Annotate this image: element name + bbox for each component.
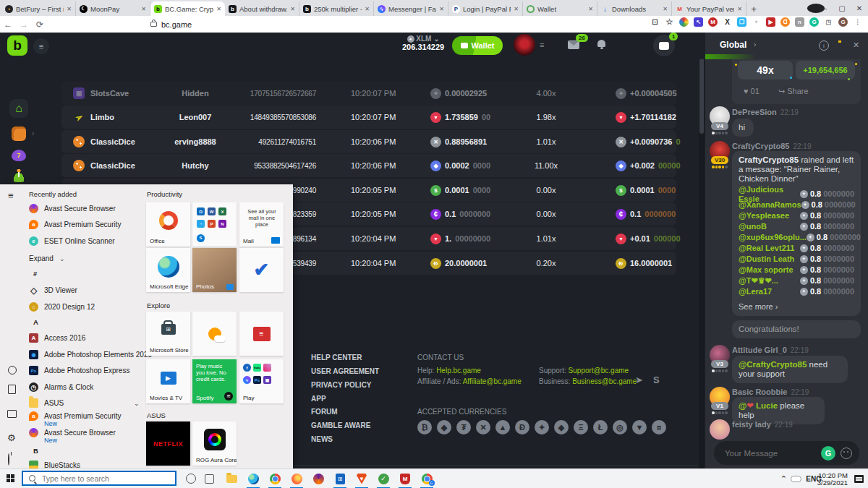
bet-row[interactable]: Limbo Leon007 14849385570853086 10:20:07… <box>61 106 676 129</box>
ext-cursor-icon[interactable]: ↖ <box>694 17 703 27</box>
win-share-card[interactable]: 49x +19,654,656 ♥ 01 ↪ Share <box>732 59 861 104</box>
edge-button[interactable] <box>247 473 259 484</box>
power-icon[interactable] <box>8 453 9 466</box>
bet-row[interactable]: ClassicDice erving8888 492611274016751 1… <box>61 130 676 153</box>
tab-betfury[interactable]: BetFury – First i-Ga✕ <box>1 1 76 16</box>
ext-n-icon[interactable]: n <box>795 17 804 27</box>
wallet-button[interactable]: Wallet <box>452 36 503 55</box>
chat-username[interactable]: CraftyCrypto85 <box>732 142 789 150</box>
chat-username[interactable]: DePreeSion <box>732 108 777 116</box>
reload-button[interactable]: ⟳ <box>32 20 48 30</box>
task-view-button[interactable] <box>203 473 215 484</box>
ext-copy-icon[interactable]: ❐ <box>737 17 746 27</box>
tile-photos[interactable]: Photos <box>192 248 237 292</box>
tile-edge[interactable]: Microsoft Edge <box>146 248 190 292</box>
start-button[interactable] <box>7 474 14 482</box>
tile-netflix[interactable]: NETFLIX <box>146 421 190 466</box>
tab-close-icon[interactable]: ✕ <box>737 6 742 12</box>
tab-downloads[interactable]: Downloads✕ <box>597 1 672 16</box>
action-center-button[interactable] <box>854 469 864 488</box>
start-app-ps-elements[interactable]: Adobe Photoshop Elements 2020 <box>29 349 152 360</box>
tab-close-icon[interactable]: ✕ <box>514 6 519 12</box>
avatar[interactable] <box>710 419 730 440</box>
see-more-button[interactable]: See more › <box>739 297 854 312</box>
start-app-2020-design[interactable]: 2020 Design 12 <box>29 301 95 312</box>
tray-chevron[interactable]: ⌃ <box>780 469 787 488</box>
file-explorer-button[interactable] <box>226 473 237 484</box>
close-chat-icon[interactable]: ✕ <box>853 40 859 50</box>
pictures-icon[interactable] <box>7 410 17 418</box>
ext-grammarly-icon[interactable]: G <box>809 17 819 27</box>
settings-gear-icon[interactable]: ⚙ <box>7 432 16 443</box>
tab-close-icon[interactable]: ✕ <box>141 6 146 12</box>
tab-close-icon[interactable]: ✕ <box>290 6 295 12</box>
rain-recipient[interactable]: @Real Levt211 <box>739 244 794 253</box>
forward-button[interactable]: → <box>16 20 32 30</box>
tab-bcgame-active[interactable]: BC.Game: Crypto C✕ <box>150 1 225 16</box>
chat-username[interactable]: Basic Roobbie <box>732 388 787 396</box>
tile-news[interactable]: ≡ <box>239 312 284 356</box>
tab-wallet[interactable]: Wallet✕ <box>523 1 597 16</box>
skype-icon[interactable]: S <box>653 374 660 385</box>
chat-username[interactable]: Attitude Girl_0 <box>732 346 787 354</box>
lock-icon[interactable] <box>150 22 157 27</box>
footer-link-news[interactable]: NEWS <box>311 435 333 443</box>
share-button[interactable]: ↪ Share <box>778 87 809 96</box>
sports-icon[interactable]: 7 <box>12 150 26 161</box>
chat-username[interactable]: feisty lady <box>732 420 771 429</box>
start-app-alarms[interactable]: Alarms & Clock <box>29 382 93 393</box>
taskbar-search-input[interactable] <box>41 474 159 484</box>
back-button[interactable]: ← <box>0 20 16 30</box>
tab-close-icon[interactable]: ✕ <box>588 6 593 12</box>
tab-moonpay[interactable]: MoonPay✕ <box>76 1 150 16</box>
close-button[interactable]: ✕ <box>851 4 868 12</box>
documents-icon[interactable] <box>8 385 16 394</box>
start-app-avast-secure-browser[interactable]: Avast Secure Browser <box>29 203 116 214</box>
tab-250k-multiplier[interactable]: 250k multiplier - S✕ <box>299 1 374 16</box>
mail-icon[interactable] <box>568 40 579 49</box>
user-account-icon[interactable] <box>8 366 17 374</box>
url-text[interactable]: bc.game <box>161 20 192 29</box>
start-app-asus-folder[interactable]: ASUS <box>29 398 64 408</box>
extensions-puzzle-icon[interactable]: ◳ <box>824 17 833 27</box>
business-link[interactable]: Business@bc.game <box>572 377 637 385</box>
mcafee-button[interactable]: M <box>399 473 411 484</box>
tab-messenger[interactable]: Messenger | Face✕ <box>374 1 448 16</box>
tile-office[interactable]: Office <box>146 202 190 247</box>
balance-selector[interactable]: XLM ⌄ 206.314229 <box>402 35 444 51</box>
birthday-icon[interactable] <box>11 169 27 182</box>
footer-link-forum[interactable]: FORUM <box>311 408 338 416</box>
chevron-right-icon[interactable]: › <box>32 129 34 137</box>
tile-mail[interactable]: See all your mail in one place Mail <box>239 202 284 247</box>
onedrive-cloud-icon[interactable] <box>791 469 801 488</box>
home-icon[interactable]: ⌂ <box>9 99 28 118</box>
tab-close-icon[interactable]: ✕ <box>216 6 221 12</box>
tab-close-icon[interactable]: ✕ <box>663 6 668 12</box>
firefox-button[interactable] <box>291 473 302 484</box>
tab-close-icon[interactable]: ✕ <box>439 6 444 12</box>
mention[interactable]: Lucie <box>754 401 778 410</box>
chat-channel-tab[interactable]: Global <box>720 40 746 50</box>
tile-todo[interactable]: ✔ <box>239 248 284 292</box>
start-app-ps-express[interactable]: Adobe Photoshop Express <box>29 365 129 376</box>
start-app-avast-premium-new[interactable]: Avast Premium Security <box>29 411 122 421</box>
rain-recipient[interactable]: @xup6ux96oplu... <box>739 233 807 242</box>
tab-close-icon[interactable]: ✕ <box>67 6 72 12</box>
tab-paypal-login[interactable]: Login | PayPal Prep✕ <box>448 1 523 16</box>
info-icon[interactable]: i <box>819 40 829 51</box>
new-tab-button[interactable]: + <box>746 1 761 16</box>
letter-group[interactable]: # <box>33 270 37 278</box>
start-hamburger-icon[interactable]: ≡ <box>8 190 14 201</box>
ext-m-icon[interactable]: M <box>708 17 718 27</box>
letter-group[interactable]: B <box>33 447 38 455</box>
chrome-button[interactable] <box>269 473 281 484</box>
footer-link-gamble-aware[interactable]: GAMBLE AWARE <box>311 421 370 429</box>
footer-link-app[interactable]: APP <box>311 395 326 403</box>
user-avatar[interactable] <box>514 34 535 56</box>
ext-metamask-icon[interactable]: ᗡ <box>780 17 790 27</box>
dice-category-icon[interactable] <box>12 127 26 141</box>
ext-mic-icon[interactable]: ♆ <box>752 17 761 27</box>
minimize-button[interactable]: – <box>816 4 833 12</box>
tile-movies[interactable]: ▶Movies & TV <box>146 359 190 403</box>
bookmark-star-icon[interactable]: ☆ <box>665 17 674 27</box>
